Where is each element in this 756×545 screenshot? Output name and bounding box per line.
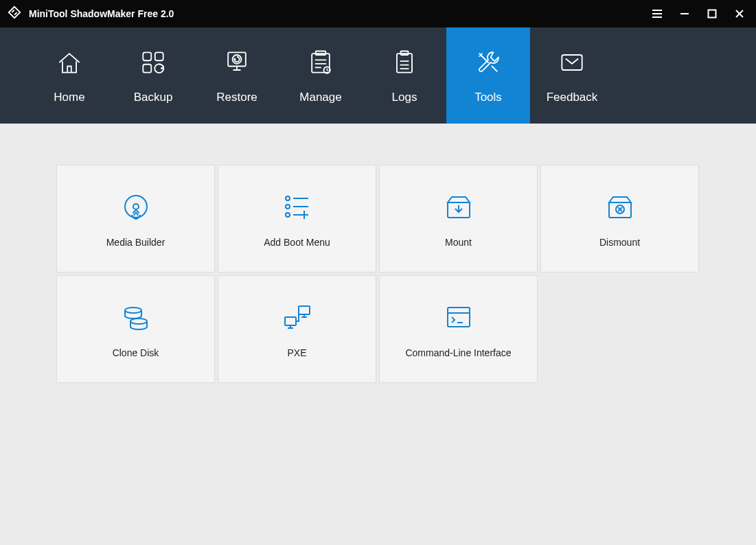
close-button[interactable] <box>726 0 753 27</box>
clone-disk-icon <box>119 301 152 334</box>
tools-content: Media Builder Add Boot Menu <box>0 124 756 545</box>
tool-label: Mount <box>445 237 472 248</box>
nav-label: Home <box>54 91 84 104</box>
nav-label: Restore <box>216 91 257 104</box>
nav-tools[interactable]: Tools <box>446 27 530 124</box>
backup-icon <box>138 47 168 78</box>
tool-mount[interactable]: Mount <box>379 165 538 272</box>
svg-point-20 <box>130 318 147 324</box>
svg-rect-10 <box>397 54 412 73</box>
add-boot-menu-icon <box>281 190 314 223</box>
maximize-button[interactable] <box>698 0 726 27</box>
tool-pxe[interactable]: PXE <box>218 275 376 383</box>
svg-rect-22 <box>285 317 296 325</box>
feedback-icon <box>557 47 587 78</box>
tool-label: Add Boot Menu <box>264 237 330 248</box>
tool-label: Dismount <box>599 237 640 248</box>
nav-home[interactable]: Home <box>27 27 111 124</box>
tools-icon <box>473 47 503 78</box>
tool-add-boot-menu[interactable]: Add Boot Menu <box>218 165 376 272</box>
nav-label: Logs <box>392 91 417 104</box>
svg-rect-0 <box>709 10 716 18</box>
tool-label: PXE <box>287 347 306 358</box>
titlebar-left: MiniTool ShadowMaker Free 2.0 <box>7 5 174 23</box>
media-builder-icon <box>119 190 152 223</box>
window-controls <box>643 0 753 27</box>
svg-rect-3 <box>143 65 151 73</box>
svg-point-16 <box>286 205 290 209</box>
logs-icon <box>389 47 420 78</box>
tool-media-builder[interactable]: Media Builder <box>56 165 215 272</box>
titlebar: MiniTool ShadowMaker Free 2.0 <box>0 0 756 27</box>
svg-rect-2 <box>155 52 163 60</box>
home-icon <box>54 47 84 78</box>
svg-point-14 <box>133 204 139 209</box>
svg-rect-1 <box>143 52 151 60</box>
app-logo-icon <box>7 5 22 23</box>
nav-label: Backup <box>134 91 173 104</box>
terminal-icon <box>442 301 475 334</box>
nav-backup[interactable]: Backup <box>111 27 195 124</box>
tool-clone-disk[interactable]: Clone Disk <box>56 275 215 383</box>
tools-grid: Media Builder Add Boot Menu <box>56 165 700 383</box>
nav-feedback[interactable]: Feedback <box>530 27 614 124</box>
nav-label: Feedback <box>547 91 598 104</box>
tool-label: Clone Disk <box>113 347 159 358</box>
mount-icon <box>442 190 475 223</box>
nav-label: Manage <box>299 91 341 104</box>
hamburger-menu-button[interactable] <box>643 0 671 27</box>
svg-point-17 <box>286 213 290 217</box>
tool-label: Media Builder <box>106 237 165 248</box>
nav-label: Tools <box>474 91 502 104</box>
svg-rect-12 <box>562 55 582 70</box>
app-title: MiniTool ShadowMaker Free 2.0 <box>29 8 174 19</box>
restore-icon <box>222 47 252 78</box>
nav-logs[interactable]: Logs <box>363 27 446 124</box>
svg-rect-23 <box>448 308 470 327</box>
pxe-icon <box>281 301 314 334</box>
manage-icon <box>306 47 336 78</box>
minimize-button[interactable] <box>671 0 698 27</box>
svg-point-19 <box>125 308 141 313</box>
svg-rect-21 <box>299 306 310 314</box>
dismount-icon <box>604 190 637 223</box>
navbar: Home Backup Restore <box>0 27 756 124</box>
nav-spacer <box>0 27 27 124</box>
tool-dismount[interactable]: Dismount <box>540 165 699 272</box>
nav-restore[interactable]: Restore <box>195 27 279 124</box>
svg-point-13 <box>125 196 147 218</box>
tool-cli[interactable]: Command-Line Interface <box>379 275 538 383</box>
svg-point-15 <box>286 196 290 200</box>
nav-manage[interactable]: Manage <box>279 27 363 124</box>
tool-label: Command-Line Interface <box>405 347 511 358</box>
